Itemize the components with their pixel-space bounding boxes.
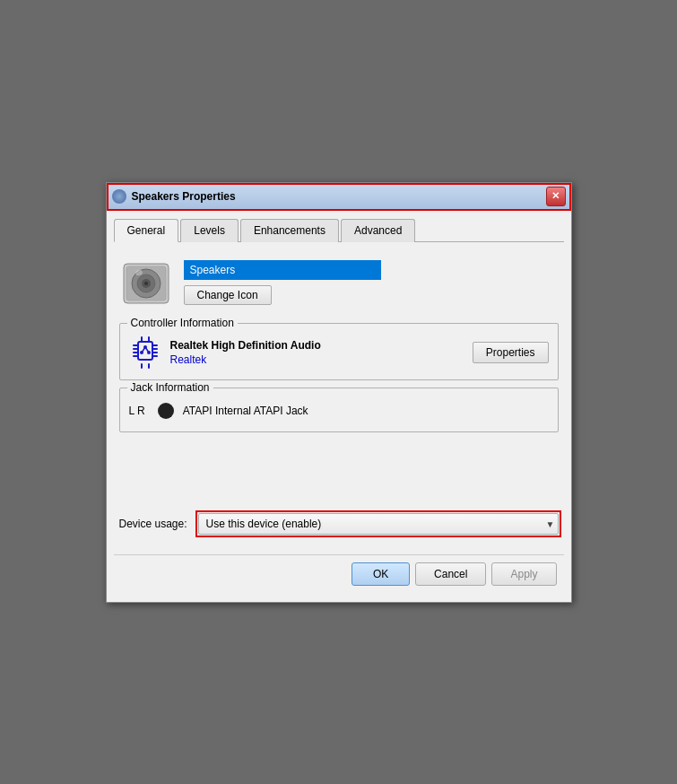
window-body: General Levels Enhancements Advanced — [107, 211, 571, 602]
svg-rect-24 — [148, 363, 150, 369]
tab-advanced[interactable]: Advanced — [341, 219, 415, 242]
controller-info-group: Controller Information — [119, 323, 559, 380]
svg-rect-10 — [133, 352, 138, 353]
ok-button[interactable]: OK — [352, 562, 410, 586]
svg-rect-8 — [133, 344, 138, 346]
device-usage-row: Device usage: Use this device (enable) D… — [114, 504, 564, 540]
device-usage-label: Device usage: — [119, 518, 187, 530]
jack-info-label: Jack Information — [127, 381, 213, 394]
svg-rect-7 — [138, 342, 152, 360]
controller-properties-button[interactable]: Properties — [473, 342, 549, 363]
svg-rect-11 — [133, 355, 138, 357]
controller-sub-link[interactable]: Realtek — [170, 353, 321, 366]
controller-info-text: Realtek High Definition Audio Realtek — [170, 339, 321, 366]
tab-enhancements[interactable]: Enhancements — [240, 219, 339, 242]
svg-rect-21 — [141, 336, 143, 342]
jack-dot — [158, 403, 174, 419]
svg-rect-22 — [148, 336, 150, 342]
controller-info-label: Controller Information — [127, 317, 238, 329]
footer: OK Cancel Apply — [114, 554, 564, 595]
jack-lr-label: L R — [129, 405, 145, 417]
icon-name-section: Change Icon — [114, 257, 564, 310]
jack-description: ATAPI Internal ATAPI Jack — [183, 405, 308, 417]
jack-info-group: Jack Information L R ATAPI Internal ATAP… — [119, 388, 559, 432]
title-bar: Speakers Properties ✕ — [107, 183, 571, 211]
svg-line-19 — [142, 347, 145, 353]
tab-content-general: Change Icon Controller Information — [114, 251, 564, 545]
controller-name: Realtek High Definition Audio — [170, 339, 321, 352]
svg-rect-15 — [152, 355, 158, 357]
jack-row: L R ATAPI Internal ATAPI Jack — [129, 399, 549, 422]
tab-levels[interactable]: Levels — [180, 219, 239, 242]
device-name-input[interactable] — [184, 260, 381, 280]
svg-rect-23 — [141, 363, 143, 369]
close-button[interactable]: ✕ — [546, 187, 566, 206]
speakers-properties-window: Speakers Properties ✕ General Levels Enh… — [106, 182, 572, 603]
window-title: Speakers Properties — [132, 190, 236, 203]
realtek-icon — [129, 335, 161, 370]
title-bar-left: Speakers Properties — [112, 189, 236, 204]
apply-button[interactable]: Apply — [491, 562, 556, 586]
window-icon — [112, 189, 126, 204]
svg-rect-14 — [152, 352, 158, 353]
svg-rect-9 — [133, 348, 138, 350]
svg-point-5 — [144, 282, 148, 285]
svg-line-20 — [145, 347, 149, 353]
device-usage-select[interactable]: Use this device (enable) Don't use this … — [198, 513, 559, 535]
device-usage-select-wrapper: Use this device (enable) Don't use this … — [198, 513, 559, 535]
tab-general[interactable]: General — [114, 219, 179, 242]
svg-rect-12 — [152, 344, 158, 346]
device-name-section: Change Icon — [184, 257, 381, 305]
svg-rect-13 — [152, 348, 158, 350]
controller-left: Realtek High Definition Audio Realtek — [129, 335, 321, 370]
device-icon — [119, 257, 173, 310]
controller-row: Realtek High Definition Audio Realtek Pr… — [129, 335, 549, 370]
cancel-button[interactable]: Cancel — [415, 562, 486, 586]
tab-bar: General Levels Enhancements Advanced — [114, 218, 564, 242]
change-icon-button[interactable]: Change Icon — [184, 285, 272, 305]
